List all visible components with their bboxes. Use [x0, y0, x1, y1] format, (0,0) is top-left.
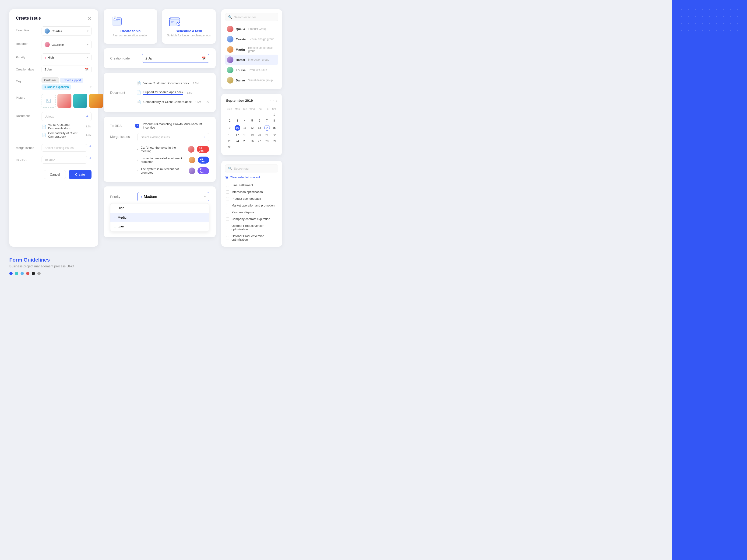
tag-option-5[interactable]: Company contract expiration — [225, 216, 278, 222]
calendar-day[interactable]: 30 — [227, 144, 233, 150]
color-dot-4 — [32, 272, 35, 275]
executor-martin[interactable]: Martin Remote conference group — [225, 44, 278, 55]
tag-checkbox-1[interactable] — [226, 190, 229, 194]
calendar-day[interactable]: 26 — [248, 138, 256, 144]
tag-option-3[interactable]: Market operation and promotion — [225, 202, 278, 209]
calendar-day[interactable]: 27 — [256, 138, 263, 144]
calendar-day[interactable]: 19 — [248, 132, 256, 138]
tag-option-0[interactable]: Final settlement — [225, 182, 278, 189]
calendar-day[interactable]: 4 — [242, 118, 248, 124]
svg-rect-46 — [179, 18, 180, 19]
calendar-day[interactable]: 18 — [242, 132, 248, 138]
calendar-next-button[interactable]: › — [276, 99, 277, 102]
executive-avatar — [45, 28, 50, 34]
tag-option-7[interactable]: October Product version optimization — [225, 233, 278, 243]
priority-select[interactable]: ↑ High ▾ — [42, 53, 92, 61]
picture-thumb-2[interactable] — [73, 94, 87, 108]
calendar-day[interactable]: 28 — [263, 138, 271, 144]
tag-option-2[interactable]: Product use feedback — [225, 195, 278, 202]
jira-checkbox[interactable]: ✓ — [135, 124, 139, 128]
calendar-day[interactable]: 25 — [242, 138, 248, 144]
cd-panel-input[interactable]: 2 Jan 📅 — [142, 54, 209, 63]
tag-checkbox-3[interactable] — [226, 204, 229, 207]
tag-checkbox-2[interactable] — [226, 197, 229, 201]
calendar-day[interactable]: 23 — [227, 138, 233, 144]
doc-remove-button-3[interactable]: ✕ — [206, 100, 209, 104]
tag-checkbox-0[interactable] — [226, 184, 229, 187]
calendar-day[interactable]: 11 — [242, 124, 248, 132]
tag-checkbox-5[interactable] — [226, 217, 229, 221]
merge-select-row[interactable]: Select existing issues + — [137, 133, 209, 141]
calendar-day[interactable]: 17 — [233, 132, 241, 138]
schedule-task-card[interactable]: Schedule a task Suitable for longer prob… — [162, 9, 216, 44]
merge-issues-field[interactable]: Select existing issues — [42, 144, 87, 152]
calendar-day[interactable]: 1 — [272, 112, 277, 117]
calendar-day[interactable]: 12 — [248, 124, 256, 132]
calendar-day[interactable]: 5 — [248, 118, 256, 124]
priority-option-medium[interactable]: ↑ Medium — [110, 213, 209, 222]
picture-thumb-3[interactable] — [89, 94, 103, 108]
tag-customer[interactable]: Customer — [42, 77, 59, 83]
pic-placeholder[interactable] — [42, 94, 56, 108]
tag-checkbox-7[interactable] — [226, 236, 229, 239]
calendar-day[interactable]: 29 — [272, 138, 277, 144]
priority-panel: Priority ↑ Medium ▾ ↑ High ↑ Medium — [104, 186, 216, 237]
clear-tags-button[interactable]: 🗑 Clear selected content — [225, 175, 278, 179]
doc-list-icon-3: 📄 — [136, 100, 141, 104]
calendar-day[interactable]: 16 — [227, 132, 233, 138]
upload-plus-button[interactable]: + — [86, 114, 88, 119]
tag-option-6[interactable]: October Product version optimization — [225, 222, 278, 233]
tag-checkbox-6[interactable] — [226, 226, 229, 229]
calendar-day[interactable]: 20 — [256, 132, 263, 138]
calendar-day[interactable]: 24 — [233, 138, 241, 144]
calendar-day[interactable]: 8 — [272, 118, 277, 124]
tag-business-expansion[interactable]: Business expansion — [42, 84, 71, 89]
calendar-day[interactable]: 22 — [272, 132, 277, 138]
creation-date-value: 2 Jan — [45, 68, 52, 71]
calendar-day[interactable]: 14 — [263, 124, 271, 132]
document-panel: Document 📄 Vanke Customer Documents.docx… — [104, 73, 216, 112]
executor-search-box[interactable]: 🔍 Search executor — [225, 13, 278, 21]
creation-date-panel: Creation date 2 Jan 📅 — [104, 48, 216, 69]
calendar-day[interactable]: 3 — [233, 118, 241, 124]
priority-indicator: ↑ High — [45, 56, 54, 59]
calendar-day[interactable]: 9 — [227, 124, 233, 132]
to-jira-field[interactable]: To JIRA — [42, 156, 87, 164]
executor-cassiel[interactable]: Cassiel Visual design group — [225, 34, 278, 44]
calendar-next-prev-button[interactable]: ‹ — [273, 99, 275, 102]
to-jira-plus-button[interactable]: + — [89, 156, 92, 164]
create-topic-card[interactable]: # Create topic Fast communication soluti… — [104, 9, 157, 44]
calendar-day[interactable]: 7 — [263, 118, 271, 124]
executor-louise[interactable]: Louise Product Group — [225, 65, 278, 75]
priority-up-icon: ↑ — [45, 56, 46, 59]
priority-option-low[interactable]: ↓ Low — [110, 222, 209, 232]
tag-checkbox-4[interactable] — [226, 211, 229, 214]
create-button[interactable]: Create — [69, 170, 92, 179]
tag-search-box[interactable]: 🔍 Search tag — [225, 164, 278, 172]
calendar-day[interactable]: 10 — [233, 124, 241, 132]
calendar-day[interactable]: 13 — [256, 124, 263, 132]
cancel-button[interactable]: Cancel — [44, 170, 66, 179]
creation-date-field[interactable]: 2 Jan 📅 — [42, 65, 92, 73]
executor-rafael[interactable]: Rafael Interaction group — [225, 55, 278, 65]
reporter-select[interactable]: Gabrielle ▾ — [42, 40, 92, 49]
executor-danae[interactable]: Danae Visual design group — [225, 75, 278, 85]
calendar-day[interactable]: 21 — [263, 132, 271, 138]
merge-issues-plus-button[interactable]: + — [89, 144, 92, 152]
tag-option-4[interactable]: Payment dispute — [225, 209, 278, 216]
close-button[interactable]: ✕ — [87, 16, 92, 21]
priority-select-field[interactable]: ↑ Medium ▾ — [137, 192, 209, 202]
calendar-day[interactable]: 15 — [272, 124, 277, 132]
executive-select[interactable]: Charles ▾ — [42, 26, 92, 36]
tag-option-1[interactable]: Interaction optimization — [225, 189, 278, 195]
calendar-day[interactable]: 2 — [227, 118, 233, 124]
calendar-day[interactable]: 6 — [256, 118, 263, 124]
executive-chevron: ▾ — [87, 29, 88, 33]
executor-quella[interactable]: Quella Product Group — [225, 24, 278, 34]
tag-expert-support[interactable]: Expert support — [60, 78, 83, 83]
tag-label-1: Interaction optimization — [232, 190, 263, 194]
calendar-prev-button[interactable]: ‹ — [270, 99, 272, 102]
priority-option-high[interactable]: ↑ High — [110, 204, 209, 213]
tag-panel: 🔍 Search tag 🗑 Clear selected content Fi… — [221, 161, 282, 247]
picture-thumb-1[interactable] — [57, 94, 72, 108]
